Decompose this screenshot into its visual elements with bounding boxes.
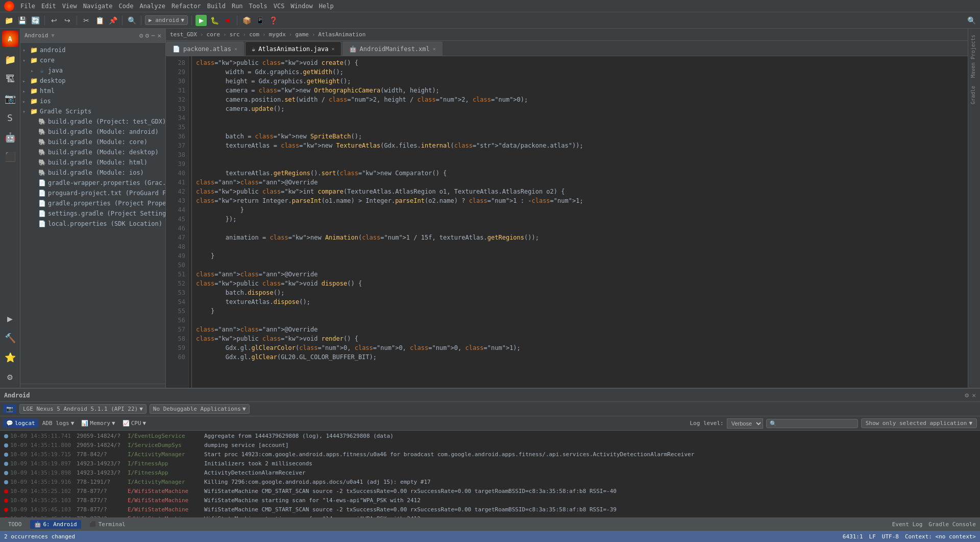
gradle-console-btn[interactable]: Gradle Console	[928, 521, 976, 528]
toolbar-find-btn[interactable]: 🔍	[126, 15, 137, 26]
run-button[interactable]: ▶	[195, 15, 207, 26]
log-level-select[interactable]: Verbose	[727, 418, 763, 429]
adblog-tab[interactable]: ADB logs ▼	[39, 419, 78, 428]
search-everywhere-btn[interactable]: 🔍	[966, 15, 977, 26]
panel-settings-btn[interactable]: ⚙	[145, 32, 150, 39]
tab-packone[interactable]: 📄 packone.atlas ✕	[166, 41, 244, 56]
terminal-tab[interactable]: ⬛ Terminal	[85, 520, 130, 529]
tree-item[interactable]: ▸📁desktop	[20, 76, 165, 86]
toolbar-paste-btn[interactable]: 📌	[107, 15, 118, 26]
logcat-icon-btn[interactable]: 📷	[3, 405, 16, 413]
favorites-icon-btn[interactable]: ⭐	[1, 348, 19, 366]
tree-item[interactable]: 📄local.properties (SDK Location)	[20, 219, 165, 229]
code-content[interactable]: class="kw">public class="kw">void create…	[192, 56, 968, 388]
menu-code[interactable]: Code	[119, 3, 134, 10]
todo-tab[interactable]: TODO	[4, 520, 26, 529]
menu-run[interactable]: Run	[232, 3, 243, 10]
cpu-tab[interactable]: 📈 CPU ▼	[119, 419, 150, 428]
menu-vcs[interactable]: VCS	[274, 3, 285, 10]
event-log-btn[interactable]: Event Log	[892, 521, 923, 528]
android-icon-btn[interactable]: 🤖	[1, 128, 19, 146]
tree-item[interactable]: 📄proguard-project.txt (ProGuard F...	[20, 188, 165, 198]
memory-tab[interactable]: 📊 Memory ▼	[78, 419, 118, 428]
panel-sync-btn[interactable]: ⚙	[139, 32, 143, 39]
breadcrumb-com[interactable]: com	[249, 31, 259, 38]
android-settings-btn[interactable]: ⚙	[965, 391, 969, 399]
menu-tools[interactable]: Tools	[249, 3, 267, 10]
vtab-maven-projects[interactable]: Maven Projects	[968, 31, 980, 82]
device-dropdown[interactable]: LGE Nexus 5 Android 5.1.1 (API 22) ▼	[19, 404, 146, 414]
toolbar-cut-btn[interactable]: ✂	[81, 15, 92, 26]
log-row[interactable]: 10-09 14:35:45.103778-877/?E/WifiStateMa…	[0, 505, 980, 514]
tree-item[interactable]: 🐘build.gradle (Module: ios)	[20, 168, 165, 178]
help-btn[interactable]: ❓	[267, 15, 279, 26]
log-search-input[interactable]	[766, 419, 858, 428]
breadcrumb-class[interactable]: AtlasAnimation	[318, 31, 366, 38]
tree-item[interactable]: ▾📁core	[20, 55, 165, 65]
tree-item[interactable]: 📄gradle.properties (Project Prope...	[20, 198, 165, 208]
stop-button[interactable]: ■	[222, 15, 233, 26]
tab-atlasanimation[interactable]: ☕ AtlasAnimation.java ✕	[245, 41, 341, 56]
breadcrumb-core[interactable]: core	[207, 31, 220, 38]
structure-icon-btn[interactable]: 🏗	[1, 69, 19, 88]
tree-item[interactable]: 🐘build.gradle (Module: html)	[20, 157, 165, 168]
status-encoding[interactable]: UTF-8	[882, 533, 899, 540]
tab-atlasanimation-close[interactable]: ✕	[331, 46, 334, 52]
log-content[interactable]: 10-09 14:35:11.74129059-14824/?I/EventLo…	[0, 431, 980, 517]
tree-item[interactable]: 📄settings.gradle (Project Settings)	[20, 208, 165, 219]
menu-window[interactable]: Window	[290, 3, 312, 10]
menu-build[interactable]: Build	[207, 3, 226, 10]
toolbar-redo-btn[interactable]: ↪	[62, 15, 73, 26]
capture-icon-btn[interactable]: 📷	[1, 89, 19, 107]
breadcrumb-mygdx[interactable]: mygdx	[269, 31, 286, 38]
breadcrumb-project[interactable]: test_GDX	[170, 31, 197, 38]
log-row[interactable]: 10-09 14:35:19.715778-842/?I/ActivityMan…	[0, 450, 980, 459]
toolbar-save-btn[interactable]: 💾	[16, 15, 28, 26]
settings-icon-btn[interactable]: ⚙	[1, 367, 19, 386]
log-row[interactable]: 10-09 14:35:11.80029059-14824/?I/Service…	[0, 441, 980, 450]
skype-icon-btn[interactable]: S	[1, 108, 19, 127]
avd-manager-btn[interactable]: 📱	[254, 15, 265, 26]
build-icon-btn[interactable]: 🔨	[1, 328, 19, 347]
tree-item[interactable]: 🐘build.gradle (Module: desktop)	[20, 147, 165, 157]
status-position[interactable]: 6431:1	[843, 533, 863, 540]
log-row[interactable]: 10-09 14:35:19.89814923-14923/?I/Fitness…	[0, 468, 980, 478]
panel-close-btn[interactable]: ✕	[157, 32, 161, 39]
toolbar-open-btn[interactable]: 📁	[3, 15, 14, 26]
log-row[interactable]: 10-09 14:35:19.916778-1291/?I/ActivityMa…	[0, 478, 980, 487]
logcat-tab[interactable]: 💬 logcat	[3, 419, 38, 428]
tab-manifest[interactable]: 🤖 AndroidManifest.xml ✕	[342, 41, 443, 56]
panel-collapse-btn[interactable]: −	[151, 32, 155, 39]
tree-item[interactable]: 🐘build.gradle (Module: android)	[20, 127, 165, 137]
h-scrollbar[interactable]	[20, 384, 165, 388]
tree-item[interactable]: ▸📁ios	[20, 96, 165, 106]
menu-navigate[interactable]: Navigate	[83, 3, 113, 10]
sdk-manager-btn[interactable]: 📦	[241, 15, 252, 26]
toolbar-copy-btn[interactable]: 📋	[94, 15, 105, 26]
show-selected-btn[interactable]: Show only selected application ▼	[861, 418, 977, 428]
menu-help[interactable]: Help	[319, 3, 334, 10]
project-icon-btn[interactable]: 📁	[1, 50, 19, 68]
tree-item[interactable]: 🐘build.gradle (Module: core)	[20, 137, 165, 147]
log-row[interactable]: 10-09 14:35:25.102778-877/?E/WifiStateMa…	[0, 487, 980, 496]
menu-edit[interactable]: Edit	[41, 3, 56, 10]
menu-view[interactable]: View	[62, 3, 77, 10]
tree-item[interactable]: 🐘build.gradle (Project: test_GDX)	[20, 116, 165, 127]
android-close-btn[interactable]: ✕	[972, 391, 976, 399]
toolbar-undo-btn[interactable]: ↩	[48, 15, 60, 26]
terminal-icon-btn[interactable]: ⬛	[1, 147, 19, 166]
tree-item[interactable]: ▾📁android	[20, 45, 165, 55]
debug-button[interactable]: 🐛	[209, 15, 220, 26]
log-row[interactable]: 10-09 14:35:11.74129059-14824/?I/EventLo…	[0, 432, 980, 441]
tree-item[interactable]: ▸☕java	[20, 65, 165, 76]
menu-file[interactable]: File	[20, 3, 35, 10]
menu-analyze[interactable]: Analyze	[139, 3, 165, 10]
tab-packone-close[interactable]: ✕	[234, 46, 237, 52]
toolbar-sync-btn[interactable]: 🔄	[30, 15, 41, 26]
tree-item[interactable]: ▾📁Gradle Scripts	[20, 106, 165, 116]
project-panel-type[interactable]: Android	[24, 32, 48, 39]
menu-refactor[interactable]: Refactor	[172, 3, 201, 10]
toolbar-device[interactable]: ▶ android ▼	[145, 15, 188, 25]
tree-item[interactable]: 📄gradle-wrapper.properties (Grac...	[20, 178, 165, 188]
status-linesep[interactable]: LF	[869, 533, 876, 540]
